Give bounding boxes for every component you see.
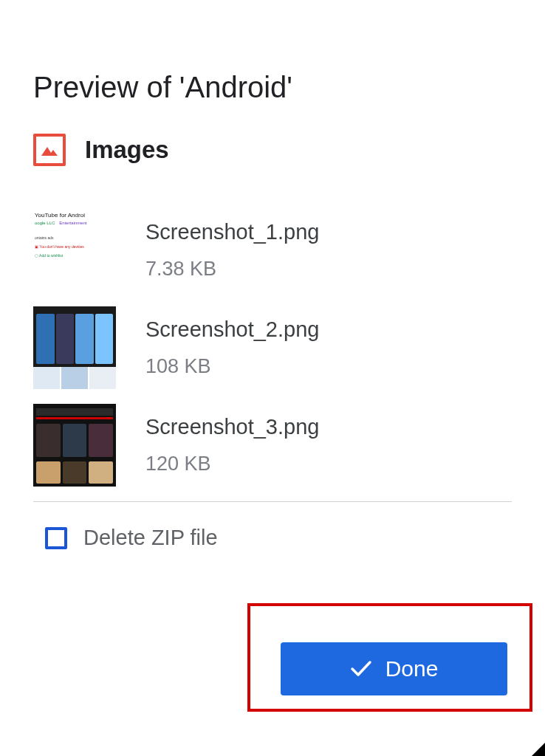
image-icon (33, 134, 66, 166)
resize-corner-icon (532, 743, 545, 756)
file-row[interactable]: Screenshot_3.png 120 KB (33, 404, 512, 487)
file-list: YouTube for Androi oogle LLCEntertainmen… (33, 209, 512, 487)
file-name: Screenshot_2.png (145, 317, 319, 342)
file-thumbnail: YouTube for Androi oogle LLCEntertainmen… (33, 209, 116, 292)
file-row[interactable]: Screenshot_2.png 108 KB (33, 306, 512, 389)
divider (33, 501, 512, 502)
done-highlight-box: Done (247, 603, 532, 712)
section-label: Images (85, 136, 169, 164)
svg-marker-0 (41, 147, 58, 156)
file-name: Screenshot_3.png (145, 415, 319, 439)
done-button[interactable]: Done (281, 642, 507, 695)
page-title: Preview of 'Android' (33, 71, 512, 104)
section-header: Images (33, 134, 512, 166)
file-thumbnail (33, 404, 116, 487)
delete-zip-checkbox[interactable] (45, 527, 67, 549)
file-size: 7.38 KB (145, 258, 319, 281)
done-label: Done (385, 656, 439, 681)
file-size: 120 KB (145, 453, 319, 475)
check-icon (350, 659, 372, 679)
file-row[interactable]: YouTube for Androi oogle LLCEntertainmen… (33, 209, 512, 292)
delete-zip-label: Delete ZIP file (83, 526, 218, 550)
file-thumbnail (33, 306, 116, 389)
file-name: Screenshot_1.png (145, 220, 319, 244)
file-size: 108 KB (145, 355, 319, 378)
delete-zip-row[interactable]: Delete ZIP file (33, 526, 512, 550)
